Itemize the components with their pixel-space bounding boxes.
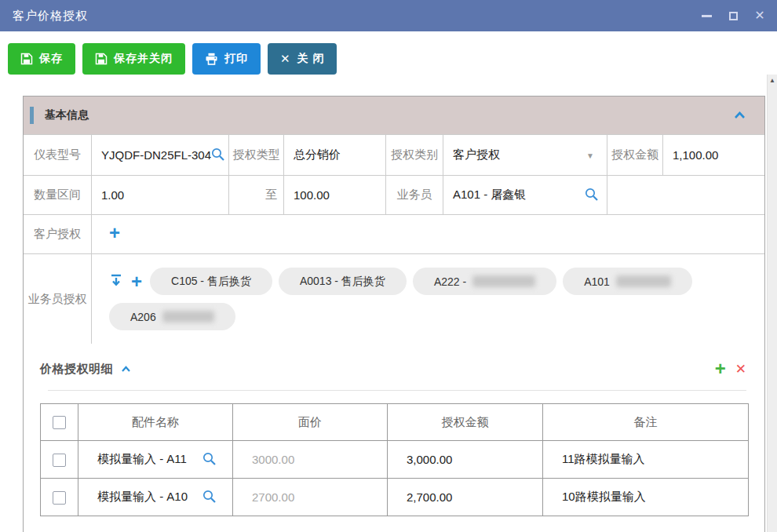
salesman-tag[interactable]: A0013 - 售后换货 [279,268,407,295]
amount-field[interactable]: 3,000.00 [388,453,542,466]
add-customer-icon[interactable]: + [109,224,120,242]
table-header-row: 配件名称 面价 授权金额 备注 [41,404,749,441]
window-controls: ✕ [700,9,766,22]
dialog-title: 客户价格授权 [13,9,88,24]
col-header-note: 备注 [543,404,749,441]
tag-label: A222 - [434,275,466,288]
price-detail-title: 价格授权明细 [40,362,113,377]
part-name-field[interactable]: 模拟量输入 - A11 [78,451,232,468]
row-checkbox[interactable] [53,491,66,505]
col-header-name: 配件名称 [78,404,233,441]
salesman-tag[interactable]: C105 - 售后换货 [150,268,272,295]
row-checkbox[interactable] [53,454,66,467]
form-row-2: 数量区间 1.00 至 100.00 业务员 A101 - 屠鑫银 [24,175,764,214]
vertical-scrollbar[interactable]: ▲ [767,75,777,532]
note-field[interactable]: 10路模拟量输入 [543,490,748,505]
redacted-text [616,275,671,287]
auth-type-label: 授权类型 [228,135,283,175]
form-panel: 基本信息 仪表型号 YJQDF-DN25FL-304 授权类型 总分销价 授权类… [23,96,765,532]
customer-price-authorization-dialog: 客户价格授权 ✕ 保存 保存并关闭 打印 ✕ 关 闭 [0,0,777,532]
save-icon [20,53,33,65]
face-price-value: 2700.00 [233,490,387,504]
salesman-field[interactable]: A101 - 屠鑫银 [443,176,607,214]
part-name-value: 模拟量输入 - A11 [97,452,187,467]
add-row-icon[interactable]: + [715,359,726,378]
close-button-label: 关 闭 [297,52,325,66]
minimize-icon[interactable] [700,9,713,22]
toolbar: 保存 保存并关闭 打印 ✕ 关 闭 [0,31,777,75]
chevron-up-icon[interactable] [734,108,746,122]
empty-cell [607,176,764,214]
customer-auth-label: 客户授权 [24,215,91,253]
meter-model-label: 仪表型号 [24,135,91,175]
auth-amount-label: 授权金额 [607,135,662,175]
redacted-text [472,275,535,287]
price-detail-table: 配件名称 面价 授权金额 备注 模拟量输入 - A11 [40,403,749,516]
save-button-label: 保存 [39,52,63,66]
qty-range-label: 数量区间 [24,176,91,214]
chevron-down-icon[interactable]: ▼ [586,151,594,159]
search-icon[interactable] [202,451,217,468]
basic-info-header: 基本信息 [24,97,764,134]
table-row: 模拟量输入 - A10 2700.00 2,700.00 10路模拟量输入 [41,479,749,516]
tag-label: A101 [584,275,610,288]
auth-amount-field[interactable]: 1,100.00 [662,135,764,175]
close-icon: ✕ [280,52,291,66]
form-row-4: 业务员授权 + C105 - 售后换货 A0013 - 售后换货 A222 - … [24,253,764,344]
auth-category-select[interactable]: 客户授权 ▼ [443,135,607,175]
search-icon[interactable] [202,489,217,506]
tag-label: A206 [130,311,156,323]
search-icon[interactable] [584,187,599,204]
form-row-1: 仪表型号 YJQDF-DN25FL-304 授权类型 总分销价 授权类别 客户授… [24,134,764,175]
face-price-value: 3000.00 [233,453,387,466]
salesman-tag-list: + C105 - 售后换货 A0013 - 售后换货 A222 - A101 A… [92,254,764,344]
qty-from-field[interactable]: 1.00 [91,176,228,214]
chevron-up-icon[interactable] [121,362,131,376]
salesman-tag[interactable]: A101 [563,268,692,295]
salesman-auth-area: + C105 - 售后换货 A0013 - 售后换货 A222 - A101 A… [91,254,764,344]
close-button[interactable]: ✕ 关 闭 [268,43,337,75]
window-close-icon[interactable]: ✕ [753,9,766,22]
select-all-checkbox[interactable] [53,416,66,429]
pull-down-icon[interactable] [109,273,123,290]
table-row: 模拟量输入 - A11 3000.00 3,000.00 11路模拟量输入 [41,441,749,479]
scroll-up-icon[interactable]: ▲ [768,77,777,84]
search-icon[interactable] [210,147,225,164]
customer-auth-area: + [91,215,764,253]
divider [48,390,746,391]
part-name-value: 模拟量输入 - A10 [97,490,188,505]
salesman-auth-label: 业务员授权 [24,254,91,344]
print-button[interactable]: 打印 [192,43,261,75]
maximize-icon[interactable] [727,9,739,22]
col-header-face-price: 面价 [233,404,388,441]
meter-model-field[interactable]: YJQDF-DN25FL-304 [91,135,228,175]
add-salesman-icon[interactable]: + [131,272,142,291]
save-button[interactable]: 保存 [8,43,75,75]
delete-row-icon[interactable]: ✕ [735,363,746,376]
meter-model-value: YJQDF-DN25FL-304 [101,148,211,162]
salesman-value: A101 - 屠鑫银 [453,188,526,202]
print-icon [205,53,218,65]
price-detail-section: 价格授权明细 + ✕ 配件名称 面价 授权金额 [24,344,764,532]
save-icon [95,53,108,65]
qty-to-field[interactable]: 100.00 [283,176,385,214]
salesman-tag[interactable]: A222 - [413,268,556,295]
print-button-label: 打印 [224,52,248,66]
note-field[interactable]: 11路模拟量输入 [543,452,748,467]
accent-bar [30,107,34,124]
save-close-button[interactable]: 保存并关闭 [82,43,185,75]
titlebar: 客户价格授权 ✕ [0,0,777,31]
save-close-button-label: 保存并关闭 [114,52,173,66]
auth-category-value: 客户授权 [453,148,500,162]
redacted-text [162,311,214,322]
part-name-field[interactable]: 模拟量输入 - A10 [78,489,232,506]
auth-type-value[interactable]: 总分销价 [283,135,385,175]
tag-label: A0013 - 售后换货 [300,275,385,289]
basic-info-title: 基本信息 [45,108,89,122]
form-row-3: 客户授权 + [24,214,764,253]
amount-field[interactable]: 2,700.00 [388,490,542,504]
salesman-tag[interactable]: A206 [109,303,235,330]
salesman-label: 业务员 [385,176,443,214]
qty-to-label: 至 [228,176,283,214]
tag-tools: + [109,272,142,291]
